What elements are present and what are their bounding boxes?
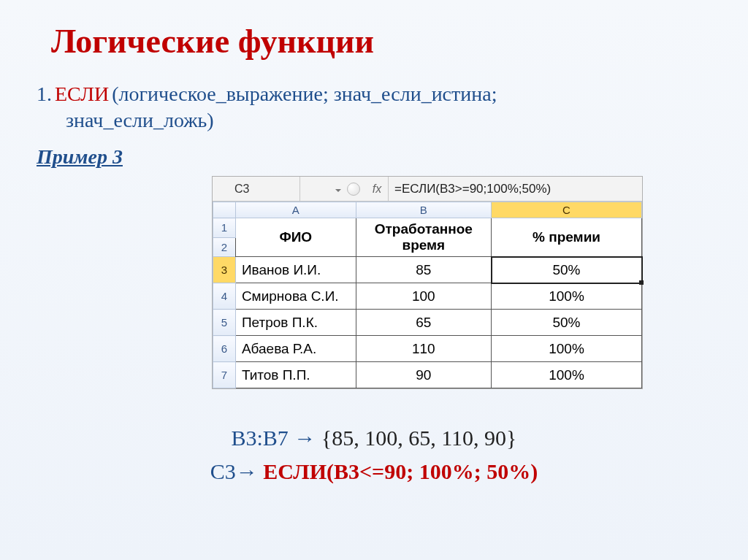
name-box-dropdown-icon[interactable] xyxy=(334,185,343,193)
formula-text[interactable]: =ЕСЛИ(B3>=90;100%;50%) xyxy=(388,177,642,201)
arrow-icon: → xyxy=(294,426,316,450)
column-header-c[interactable]: C xyxy=(492,202,642,218)
column-header-a[interactable]: A xyxy=(235,202,356,218)
formula-bar-icons xyxy=(300,183,366,196)
cell-fio[interactable]: Петров П.К. xyxy=(235,310,356,336)
spreadsheet-grid: A B C 1 ФИО Отработанное время % премии … xyxy=(213,202,642,388)
table-row: 6 Абаева Р.А. 110 100% xyxy=(213,336,642,362)
table-row: 3 Иванов И.И. 85 50% xyxy=(213,257,642,283)
arrow-icon: → xyxy=(236,459,258,483)
formula-line: C3→ ЕСЛИ(B3<=90; 100%; 50%) xyxy=(37,459,711,484)
corner-header[interactable] xyxy=(213,202,236,218)
cell-bonus[interactable]: 100% xyxy=(492,283,642,310)
cell-fio[interactable]: Титов П.П. xyxy=(235,362,356,388)
table-row: 7 Титов П.П. 90 100% xyxy=(213,362,642,388)
cell-time[interactable]: 100 xyxy=(356,283,491,310)
cell-fio[interactable]: Смирнова С.И. xyxy=(235,283,356,310)
function-definition: 1. ЕСЛИ (логическое_выражение; знач_если… xyxy=(37,83,711,132)
formula-expression: ЕСЛИ(B3<=90; 100%; 50%) xyxy=(263,459,538,483)
cell-bonus[interactable]: 100% xyxy=(492,362,642,388)
slide-title: Логические функции xyxy=(51,22,711,61)
cell-time[interactable]: 65 xyxy=(356,310,491,336)
fx-icon[interactable]: fx xyxy=(366,183,388,196)
cell-time[interactable]: 110 xyxy=(356,336,491,362)
cell-fio[interactable]: Абаева Р.А. xyxy=(235,336,356,362)
row-header[interactable]: 2 xyxy=(213,237,236,257)
row-header[interactable]: 7 xyxy=(213,362,236,388)
function-args-line1: (логическое_выражение; знач_если_истина; xyxy=(112,83,497,105)
slide: Логические функции 1. ЕСЛИ (логическое_в… xyxy=(0,0,748,560)
cell-fio[interactable]: Иванов И.И. xyxy=(235,257,356,283)
excel-screenshot: C3 fx =ЕСЛИ(B3>=90;100%;50%) A B C 1 ФИО… xyxy=(212,176,643,389)
cell-time[interactable]: 85 xyxy=(356,257,491,283)
column-header-b[interactable]: B xyxy=(356,202,491,218)
example-label: Пример 3 xyxy=(37,145,711,169)
row-header[interactable]: 4 xyxy=(213,283,236,310)
function-name: ЕСЛИ xyxy=(55,83,109,105)
table-row: 4 Смирнова С.И. 100 100% xyxy=(213,283,642,310)
header-cell-bonus[interactable]: % премии xyxy=(492,218,642,257)
row-header[interactable]: 3 xyxy=(213,257,236,283)
row-header[interactable]: 6 xyxy=(213,336,236,362)
item-number: 1. xyxy=(37,83,52,105)
header-cell-fio[interactable]: ФИО xyxy=(235,218,356,257)
formula-bar: C3 fx =ЕСЛИ(B3>=90;100%;50%) xyxy=(213,177,642,202)
cell-ref: C3 xyxy=(210,459,236,483)
row-header[interactable]: 1 xyxy=(213,218,236,238)
value-set: {85, 100, 65, 110, 90} xyxy=(321,426,517,450)
cancel-icon[interactable] xyxy=(347,183,360,196)
range-expansion-line: B3:B7 → {85, 100, 65, 110, 90} xyxy=(37,426,711,450)
range-ref: B3:B7 xyxy=(231,426,288,450)
row-header[interactable]: 5 xyxy=(213,310,236,336)
name-box[interactable]: C3 xyxy=(213,177,300,201)
cell-bonus[interactable]: 100% xyxy=(492,336,642,362)
bottom-formulas: B3:B7 → {85, 100, 65, 110, 90} C3→ ЕСЛИ(… xyxy=(37,426,711,484)
function-args-line2: знач_если_ложь) xyxy=(66,109,711,132)
header-cell-time[interactable]: Отработанное время xyxy=(356,218,491,257)
table-row: 5 Петров П.К. 65 50% xyxy=(213,310,642,336)
cell-bonus[interactable]: 50% xyxy=(492,310,642,336)
cell-bonus-active[interactable]: 50% xyxy=(492,257,642,283)
cell-time[interactable]: 90 xyxy=(356,362,491,388)
